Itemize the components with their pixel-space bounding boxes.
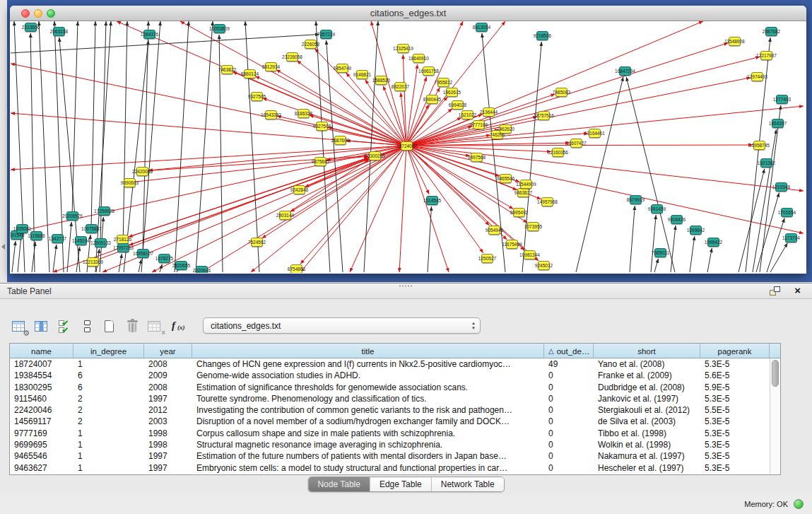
graph-node[interactable]: 12974493: [751, 72, 763, 81]
table-cell[interactable]: 2008: [144, 382, 192, 393]
column-header-name[interactable]: name: [10, 344, 73, 358]
graph-node[interactable]: 1454397: [772, 119, 784, 128]
table-cell[interactable]: Genome-wide association studies in ADHD.: [192, 370, 544, 381]
show-columns-icon[interactable]: [34, 318, 51, 335]
table-select-dropdown[interactable]: citations_edges.txt ▲▼: [203, 317, 481, 334]
clear-selection-icon[interactable]: [79, 318, 96, 335]
table-row[interactable]: 911546021997Tourette syndrome. Phenomeno…: [10, 393, 780, 404]
graph-node[interactable]: 1342737: [52, 234, 64, 243]
panel-resize-grip[interactable]: [399, 285, 413, 287]
table-cell[interactable]: 0: [544, 439, 594, 450]
table-cell[interactable]: 0: [544, 450, 594, 462]
graph-node[interactable]: 9218506: [536, 31, 548, 40]
table-cell[interactable]: Franke et al. (2009): [594, 370, 700, 381]
graph-node[interactable]: 9245012: [538, 261, 550, 270]
graph-node[interactable]: 2803144: [279, 211, 291, 220]
graph-node[interactable]: 2223606: [25, 23, 37, 32]
table-cell[interactable]: 19384554: [10, 370, 73, 381]
graph-node[interactable]: 9916426: [671, 215, 683, 224]
graph-node[interactable]: 17957253: [117, 243, 129, 252]
graph-node[interactable]: 6994028: [452, 100, 464, 110]
graph-node[interactable]: 1514545: [426, 196, 438, 205]
table-cell[interactable]: 18724007: [10, 358, 73, 370]
table-row[interactable]: 1938455462009Genome-wide association stu…: [10, 370, 780, 381]
tab-network-table[interactable]: Network Table: [432, 477, 504, 491]
graph-node[interactable]: 2687608: [334, 136, 346, 145]
graph-node[interactable]: 9890663: [124, 178, 136, 187]
graph-node[interactable]: 1621382: [760, 158, 772, 168]
table-cell[interactable]: 1998: [144, 439, 192, 450]
graph-node[interactable]: 11544909: [520, 180, 532, 189]
close-panel-icon[interactable]: ×: [794, 284, 801, 296]
table-cell[interactable]: 5.3E-5: [700, 439, 770, 450]
table-row[interactable]: 946362711997Embryonic stem cells: a mode…: [10, 462, 780, 474]
graph-node[interactable]: 18757516: [538, 111, 550, 120]
table-cell[interactable]: 5.3E-5: [700, 462, 770, 474]
network-canvas[interactable]: 1872400718300295222605823226058891293488…: [11, 21, 806, 273]
table-cell[interactable]: de Silva et al. (2003): [594, 416, 700, 427]
table-cell[interactable]: 0: [544, 370, 594, 381]
graph-node[interactable]: 16847294: [619, 66, 631, 76]
table-cell[interactable]: 0: [544, 428, 594, 439]
table-cell[interactable]: 5.3E-5: [700, 393, 770, 404]
graph-node[interactable]: 1250527: [481, 254, 493, 263]
table-row[interactable]: 1830029562008Estimation of significance …: [10, 382, 780, 393]
table-cell[interactable]: 5.3E-5: [700, 358, 770, 370]
graph-node[interactable]: 1701654: [781, 208, 793, 217]
graph-node[interactable]: 8754863: [290, 264, 302, 273]
tab-node-table[interactable]: Node Table: [308, 477, 370, 491]
graph-node[interactable]: 18724007: [401, 141, 413, 151]
table-cell[interactable]: Changes of HCN gene expression and I(f) …: [192, 358, 544, 370]
table-cell[interactable]: 2: [73, 416, 144, 427]
table-cell[interactable]: 2012: [144, 404, 192, 416]
graph-node[interactable]: 7955812: [437, 78, 449, 87]
table-cell[interactable]: 1: [73, 358, 144, 370]
table-mode-icon[interactable]: ⚙: [11, 318, 28, 335]
graph-node[interactable]: 1073955: [527, 222, 539, 231]
function-builder-icon[interactable]: f(x): [170, 318, 187, 335]
graph-node[interactable]: 1621022: [461, 110, 473, 119]
graph-node[interactable]: 15958745: [753, 141, 765, 150]
table-cell[interactable]: 1: [73, 462, 144, 474]
table-cell[interactable]: 1997: [144, 462, 192, 474]
table-cell[interactable]: 5.3E-5: [700, 428, 770, 439]
table-scrollbar-thumb[interactable]: [772, 360, 779, 387]
graph-node[interactable]: 8679919: [630, 195, 642, 204]
table-scrollbar[interactable]: [770, 358, 780, 474]
table-cell[interactable]: 22420046: [10, 404, 73, 416]
table-cell[interactable]: Yano et al. (2008): [594, 358, 700, 370]
graph-node[interactable]: 9465546: [500, 174, 512, 183]
table-row[interactable]: 946554611997Estimation of the future num…: [10, 450, 780, 462]
table-cell[interactable]: Estimation of the future numbers of pati…: [192, 450, 544, 462]
graph-node[interactable]: 9777169: [473, 120, 485, 129]
table-cell[interactable]: 2008: [144, 358, 192, 370]
graph-node[interactable]: 9054946: [488, 226, 500, 235]
graph-node[interactable]: 2136444: [483, 107, 495, 117]
table-cell[interactable]: Investigating the contribution of common…: [192, 404, 544, 416]
graph-node[interactable]: 16958107: [137, 249, 149, 258]
column-header-short[interactable]: short: [594, 344, 700, 358]
graph-node[interactable]: 11675499: [506, 240, 518, 249]
graph-node[interactable]: 1835061: [16, 224, 28, 233]
graph-node[interactable]: 1099642: [690, 226, 702, 235]
table-cell[interactable]: 1: [73, 450, 144, 462]
graph-node[interactable]: 8186328: [298, 109, 310, 118]
graph-node[interactable]: 12160356: [552, 148, 564, 157]
table-cell[interactable]: Structural magnetic resonance image aver…: [192, 439, 544, 450]
column-header-title[interactable]: title: [192, 344, 544, 358]
graph-node[interactable]: 8454749: [336, 64, 348, 73]
graph-node[interactable]: 12325419: [397, 44, 409, 53]
table-cell[interactable]: Corpus callosum shape and size in male p…: [192, 428, 544, 439]
graph-node[interactable]: 8860124: [244, 69, 256, 78]
table-cell[interactable]: 9777169: [10, 428, 73, 439]
graph-node[interactable]: 8813054: [476, 23, 488, 32]
table-row[interactable]: 1872400712008Changes of HCN gene express…: [10, 358, 780, 370]
column-header-out_de[interactable]: △out_de…: [544, 344, 594, 358]
table-cell[interactable]: Embryonic stem cells: a model to study s…: [192, 462, 544, 474]
table-cell[interactable]: 2: [73, 393, 144, 404]
table-cell[interactable]: 0: [544, 382, 594, 393]
table-cell[interactable]: 9465546: [10, 450, 73, 462]
graph-node[interactable]: 10975887: [86, 224, 98, 233]
graph-node[interactable]: 1284376: [143, 30, 155, 39]
graph-node[interactable]: 9146821: [356, 70, 368, 79]
